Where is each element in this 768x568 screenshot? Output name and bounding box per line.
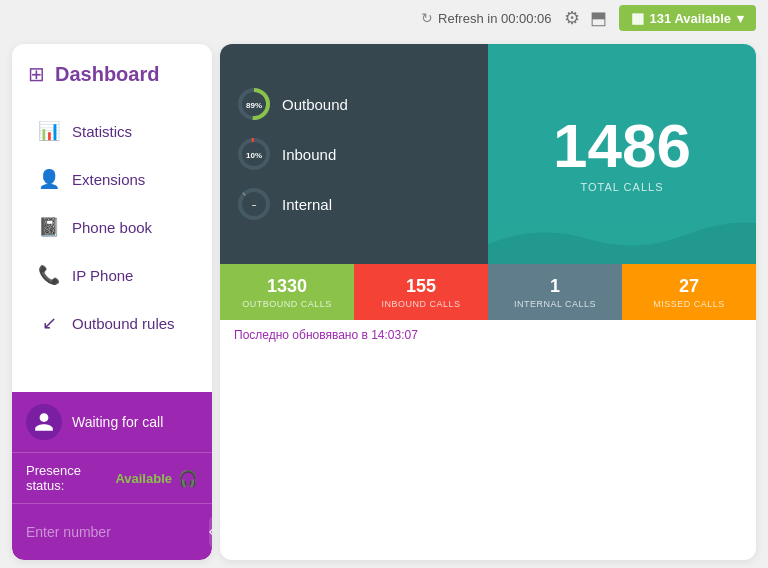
dial-input[interactable] [26,524,201,540]
waiting-row: Waiting for call [12,392,212,453]
sidebar-bottom-panel: Waiting for call Presence status: Availa… [12,392,212,560]
sidebar-nav: 📊 Statistics 👤 Extensions 📓 Phone book 📞… [12,98,212,392]
topbar: ↻ Refresh in 00:00:06 ⚙ ⬒ ▦ 131 Availabl… [0,0,768,36]
sidebar-item-label: IP Phone [72,267,133,284]
inbound-row: 10% Inbound [236,136,472,172]
stat-inbound-label: INBOUND CALLS [381,299,460,309]
main-layout: ⊞ Dashboard 📊 Statistics 👤 Extensions 📓 … [0,36,768,568]
inbound-label: Inbound [282,146,336,163]
stats-bottom-row: 1330 OUTBOUND CALLS 155 INBOUND CALLS 1 … [220,264,756,320]
outbound-row: 89% Outbound [236,86,472,122]
last-updated: Последно обновявано в 14:03:07 [220,320,756,350]
svg-text:10%: 10% [246,151,262,160]
svg-text:~: ~ [252,201,257,210]
svg-text:89%: 89% [246,101,262,110]
outbound-donut: 89% [236,86,272,122]
export-icon[interactable]: ⬒ [590,7,607,29]
presence-row: Presence status: Available 🎧 [12,453,212,504]
ipphone-icon: 📞 [38,264,60,286]
stat-cell-missed: 27 MISSED CALLS [622,264,756,320]
presence-label: Presence status: [26,463,109,493]
phonebook-icon: 📓 [38,216,60,238]
sidebar-item-outbound[interactable]: ↙ Outbound rules [20,300,204,346]
sidebar-header: ⊞ Dashboard [12,44,212,98]
total-calls-number: 1486 [553,115,691,177]
stat-inbound-value: 155 [406,276,436,297]
content-area: 89% Outbound 10% Inbound [212,36,768,568]
internal-row: ~ Internal [236,186,472,222]
chevron-down-icon: ▾ [737,11,744,26]
statistics-icon: 📊 [38,120,60,142]
internal-label: Internal [282,196,332,213]
stat-outbound-label: OUTBOUND CALLS [242,299,332,309]
sidebar-title: Dashboard [55,63,159,86]
sidebar-item-phonebook[interactable]: 📓 Phone book [20,204,204,250]
internal-donut: ~ [236,186,272,222]
waiting-text: Waiting for call [72,414,163,430]
stats-grid: 89% Outbound 10% Inbound [220,44,756,264]
grid-icon: ▦ [631,10,644,26]
sidebar-item-label: Statistics [72,123,132,140]
total-calls-label: TOTAL CALLS [581,181,664,193]
avatar [26,404,62,440]
sidebar-item-statistics[interactable]: 📊 Statistics [20,108,204,154]
sidebar-item-extensions[interactable]: 👤 Extensions [20,156,204,202]
settings-icon[interactable]: ⚙ [564,7,580,29]
wave-bg [488,204,756,264]
refresh-icon: ↻ [421,10,433,26]
stat-cell-internal: 1 INTERNAL CALLS [488,264,622,320]
stat-internal-value: 1 [550,276,560,297]
last-updated-text: Последно обновявано в 14:03:07 [234,328,418,342]
topbar-icons: ⚙ ⬒ [564,7,607,29]
stat-cell-inbound: 155 INBOUND CALLS [354,264,488,320]
headset-icon[interactable]: 🎧 [178,469,198,488]
outbound-label: Outbound [282,96,348,113]
sidebar: ⊞ Dashboard 📊 Statistics 👤 Extensions 📓 … [12,44,212,560]
extensions-icon: 👤 [38,168,60,190]
outbound-icon: ↙ [38,312,60,334]
sidebar-item-label: Extensions [72,171,145,188]
sidebar-item-label: Phone book [72,219,152,236]
dialpad-row: ⌫ [12,504,212,560]
total-calls-panel: 1486 TOTAL CALLS [488,44,756,264]
dashboard-icon: ⊞ [28,62,45,86]
inbound-donut: 10% [236,136,272,172]
stat-internal-label: INTERNAL CALLS [514,299,596,309]
stat-outbound-value: 1330 [267,276,307,297]
presence-status[interactable]: Available [115,471,172,486]
stat-missed-value: 27 [679,276,699,297]
available-badge[interactable]: ▦ 131 Available ▾ [619,5,756,31]
refresh-timer: ↻ Refresh in 00:00:06 [421,10,551,26]
sidebar-item-ipphone[interactable]: 📞 IP Phone [20,252,204,298]
calls-list: 89% Outbound 10% Inbound [220,44,488,264]
sidebar-item-label: Outbound rules [72,315,175,332]
stat-missed-label: MISSED CALLS [653,299,725,309]
stats-card: 89% Outbound 10% Inbound [220,44,756,560]
stat-cell-outbound: 1330 OUTBOUND CALLS [220,264,354,320]
